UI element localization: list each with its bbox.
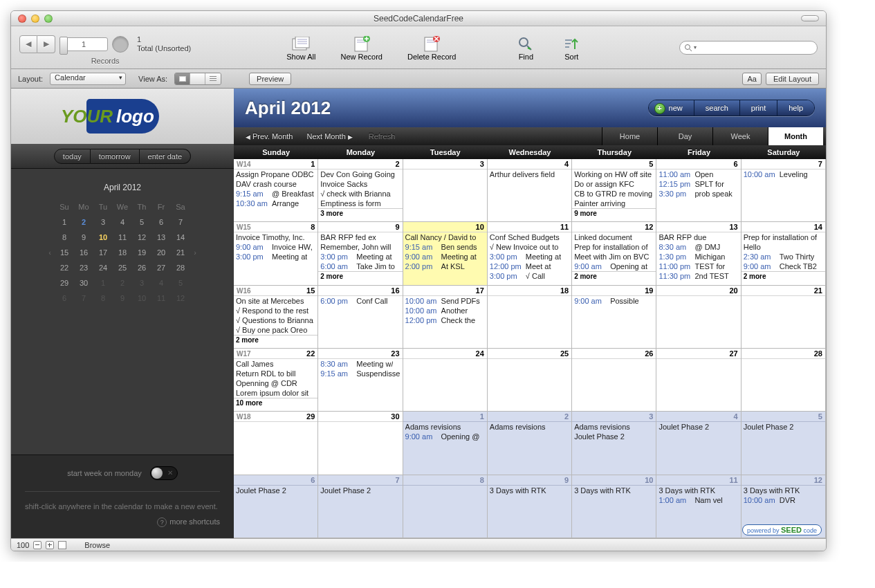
event[interactable]: 1:00 amNam vel bbox=[656, 495, 740, 505]
more-events[interactable]: 3 more bbox=[318, 208, 402, 219]
event[interactable]: 9:00 amCheck TB2 bbox=[742, 261, 825, 271]
mini-day[interactable]: 8 bbox=[55, 233, 74, 241]
event[interactable]: CB to GTRD re moving bbox=[572, 189, 656, 199]
day-cell[interactable]: 10Call Nancy / David to9:15 amBen sends9… bbox=[403, 222, 488, 285]
powered-by-badge[interactable]: powered by SEED code bbox=[742, 524, 822, 535]
search-button[interactable]: search bbox=[694, 100, 740, 116]
mini-day[interactable]: 2 bbox=[113, 279, 132, 287]
mini-day[interactable]: 25 bbox=[113, 264, 132, 272]
event[interactable]: Linked document bbox=[572, 232, 656, 242]
event[interactable]: 9:00 amMeeting at bbox=[403, 252, 487, 261]
view-table-icon[interactable] bbox=[205, 73, 221, 84]
mini-day[interactable]: 16 bbox=[74, 248, 93, 257]
mini-day[interactable]: 24 bbox=[93, 264, 113, 272]
mini-day[interactable]: 9 bbox=[113, 294, 132, 302]
mini-day[interactable]: 2 bbox=[74, 218, 93, 226]
view-tab-week[interactable]: Week bbox=[712, 127, 768, 145]
zoom-in-icon[interactable] bbox=[46, 541, 54, 549]
event[interactable]: Joulet Phase 2 bbox=[742, 422, 825, 432]
day-cell[interactable]: 8 bbox=[403, 475, 488, 538]
event[interactable]: 10:00 amSend PDFs bbox=[403, 296, 487, 306]
event[interactable]: 3 Days with RTK bbox=[656, 486, 740, 495]
view-tab-home[interactable]: Home bbox=[602, 127, 657, 145]
preview-button[interactable]: Preview bbox=[249, 73, 291, 85]
day-cell[interactable]: 4Arthur delivers field bbox=[488, 159, 572, 222]
mini-day[interactable]: 29 bbox=[55, 279, 74, 287]
mini-day[interactable]: 17 bbox=[93, 248, 113, 257]
day-cell[interactable]: 2Dev Con Going GoingInvoice Sacks√ check… bbox=[318, 159, 403, 222]
event[interactable]: 10:00 amLeveling bbox=[742, 169, 825, 179]
mini-day[interactable]: 10 bbox=[93, 233, 113, 241]
mini-day[interactable]: 6 bbox=[151, 218, 171, 226]
event[interactable]: Adams revisions bbox=[403, 422, 487, 432]
day-cell[interactable]: 30 bbox=[318, 412, 403, 475]
mini-day[interactable]: 12 bbox=[132, 233, 151, 241]
mini-day[interactable]: 3 bbox=[93, 218, 113, 226]
mini-day[interactable]: 10 bbox=[132, 294, 151, 302]
event[interactable]: 9:00 amOpening @ bbox=[403, 432, 487, 441]
event[interactable]: Openning @ CDR bbox=[234, 378, 317, 388]
event[interactable]: Remember, John will bbox=[318, 242, 402, 252]
event[interactable]: 2:00 pmAt KSL bbox=[403, 261, 487, 271]
mini-day[interactable]: 22 bbox=[55, 264, 74, 272]
event[interactable]: 10:00 amDVR bbox=[742, 495, 825, 505]
event[interactable]: Prep for installation of bbox=[572, 242, 656, 252]
event[interactable]: Meet with Jim on BVC bbox=[572, 252, 656, 261]
event[interactable]: Joulet Phase 2 bbox=[234, 486, 317, 495]
event[interactable]: 3:00 pm√ Call bbox=[488, 271, 571, 281]
more-events[interactable]: 2 more bbox=[318, 271, 402, 282]
mini-day[interactable]: 1 bbox=[55, 218, 74, 226]
event[interactable]: 3:00 pmMeeting at bbox=[234, 252, 317, 261]
mini-day[interactable]: 23 bbox=[74, 264, 93, 272]
event[interactable]: On site at Mercebes bbox=[234, 296, 317, 306]
day-cell[interactable]: 123 Days with RTK10:00 amDVRpowered by S… bbox=[742, 475, 826, 538]
next-record-button[interactable]: ▶ bbox=[37, 35, 55, 53]
event[interactable]: 9:15 am@ Breakfast bbox=[234, 189, 317, 199]
week-start-toggle[interactable]: ✕ bbox=[150, 466, 178, 480]
mini-day[interactable]: 14 bbox=[171, 233, 190, 241]
day-cell[interactable]: W141Assign Propane ODBCDAV crash course9… bbox=[234, 159, 318, 222]
day-cell[interactable]: 3 bbox=[403, 159, 488, 222]
event[interactable]: Adams revisions bbox=[488, 422, 571, 432]
mini-day[interactable]: 4 bbox=[113, 218, 132, 226]
mini-day[interactable]: 15 bbox=[55, 248, 74, 257]
event[interactable]: 3 Days with RTK bbox=[742, 486, 825, 495]
record-slider[interactable]: 1 bbox=[59, 37, 108, 51]
day-cell[interactable]: 7Joulet Phase 2 bbox=[318, 475, 403, 538]
day-cell[interactable]: 103 Days with RTK bbox=[572, 475, 656, 538]
mini-day[interactable]: 27 bbox=[151, 264, 171, 272]
event[interactable]: Arthur delivers field bbox=[488, 169, 571, 179]
help-button[interactable]: help bbox=[777, 100, 814, 116]
sort-pie-icon[interactable] bbox=[112, 36, 129, 53]
event[interactable]: Dev Con Going Going bbox=[318, 169, 402, 179]
mini-day[interactable]: 21 bbox=[171, 248, 190, 257]
event[interactable]: Assign Propane ODBC bbox=[234, 169, 317, 179]
mini-day[interactable]: 20 bbox=[151, 248, 171, 257]
event[interactable]: 10:30 amArrange bbox=[234, 199, 317, 208]
event[interactable]: BAR RFP due bbox=[656, 232, 740, 242]
edit-layout-button[interactable]: Edit Layout bbox=[766, 73, 819, 85]
event[interactable]: 3 Days with RTK bbox=[488, 486, 571, 495]
toolbar-toggle[interactable] bbox=[801, 15, 819, 21]
enter-date-button[interactable]: enter date bbox=[140, 149, 192, 164]
event[interactable]: DAV crash course bbox=[234, 179, 317, 189]
mini-day[interactable]: 30 bbox=[74, 279, 93, 287]
day-cell[interactable]: W1829 bbox=[234, 412, 318, 475]
more-shortcuts-link[interactable]: ?more shortcuts bbox=[25, 517, 220, 527]
event[interactable]: 9:00 amPossible bbox=[572, 296, 656, 306]
mini-next-icon[interactable]: › bbox=[190, 248, 200, 257]
event[interactable]: 1:30 pmMichigan bbox=[656, 252, 740, 261]
day-cell[interactable]: 199:00 amPossible bbox=[572, 286, 656, 349]
day-cell[interactable]: 238:30 amMeeting w/9:15 amSuspendisse bbox=[318, 349, 403, 412]
event[interactable]: 3:30 pmprob speak bbox=[656, 189, 740, 199]
layout-parts-icon[interactable] bbox=[58, 541, 66, 549]
event[interactable]: 11:00 amOpen bbox=[656, 169, 740, 179]
event[interactable]: √ New Invoice out to bbox=[488, 242, 571, 252]
mini-day[interactable]: 8 bbox=[93, 294, 113, 302]
event[interactable]: Joulet Phase 2 bbox=[572, 432, 656, 441]
event[interactable]: 2:30 amTwo Thirty bbox=[742, 252, 825, 261]
event[interactable]: Conf Sched Budgets bbox=[488, 232, 571, 242]
day-cell[interactable]: 166:00 pmConf Call bbox=[318, 286, 403, 349]
find-button[interactable]: Find bbox=[515, 35, 536, 61]
event[interactable]: √ check with Brianna bbox=[318, 189, 402, 199]
